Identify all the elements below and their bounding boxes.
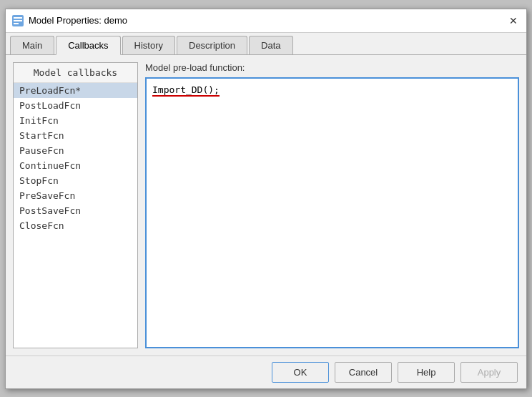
tab-description[interactable]: Description (177, 36, 247, 54)
editor-label: Model pre-load function: (145, 62, 519, 73)
sidebar-item-preloadfcn[interactable]: PreLoadFcn* (14, 83, 137, 98)
sidebar-item-continuefcn[interactable]: ContinueFcn (14, 158, 137, 173)
sidebar-item-postsavefcn[interactable]: PostSaveFcn (14, 203, 137, 218)
sidebar-item-pausefcn[interactable]: PauseFcn (14, 143, 137, 158)
window-title: Model Properties: demo (29, 15, 127, 26)
sidebar-item-closefcn[interactable]: CloseFcn (14, 218, 137, 233)
tab-history[interactable]: History (122, 36, 175, 54)
code-editor[interactable]: Import_DD(); (145, 77, 519, 348)
footer: OK Cancel Help Apply (6, 356, 526, 388)
svg-rect-3 (14, 23, 19, 24)
sidebar-item-initfcn[interactable]: InitFcn (14, 113, 137, 128)
ok-button[interactable]: OK (272, 362, 329, 383)
sidebar-item-stopfcn[interactable]: StopFcn (14, 173, 137, 188)
callbacks-sidebar: Model callbacks PreLoadFcn* PostLoadFcn … (13, 62, 138, 348)
sidebar-item-postloadfcn[interactable]: PostLoadFcn (14, 98, 137, 113)
tab-data[interactable]: Data (249, 36, 292, 54)
svg-rect-1 (14, 17, 22, 19)
tab-bar: Main Callbacks History Description Data (6, 33, 526, 55)
apply-button[interactable]: Apply (460, 362, 518, 383)
code-text: Import_DD(); (152, 84, 220, 95)
titlebar: Model Properties: demo ✕ (6, 9, 526, 33)
model-properties-window: Model Properties: demo ✕ Main Callbacks … (5, 9, 527, 389)
tab-callbacks[interactable]: Callbacks (56, 36, 120, 55)
sidebar-item-presavefcn[interactable]: PreSaveFcn (14, 188, 137, 203)
cancel-button[interactable]: Cancel (335, 362, 392, 383)
tab-content: Model callbacks PreLoadFcn* PostLoadFcn … (6, 55, 526, 356)
svg-rect-2 (14, 20, 22, 21)
sidebar-header: Model callbacks (14, 63, 137, 83)
main-editor-area: Model pre-load function: Import_DD(); (145, 62, 519, 348)
titlebar-left: Model Properties: demo (11, 14, 127, 27)
tab-main[interactable]: Main (10, 36, 54, 54)
window-icon (11, 14, 24, 27)
close-button[interactable]: ✕ (506, 14, 521, 28)
help-button[interactable]: Help (398, 362, 455, 383)
sidebar-item-startfcn[interactable]: StartFcn (14, 128, 137, 143)
